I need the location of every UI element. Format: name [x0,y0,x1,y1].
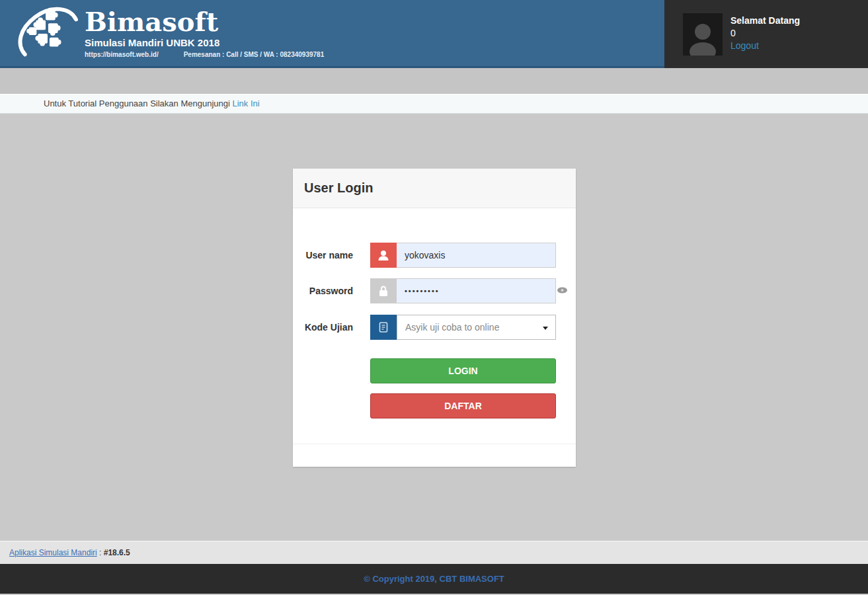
username-input-group [370,243,556,268]
book-icon [378,321,389,333]
exam-code-group: Asyik uji coba to online [370,315,556,340]
login-button[interactable]: LOGIN [370,358,556,383]
eye-icon [557,286,568,295]
app-version: #18.6.5 [104,548,130,557]
lock-icon [378,285,389,297]
brand-title: Bimasoft [85,8,324,36]
caret-down-icon [543,327,548,330]
username-addon [370,243,397,268]
password-label: Password [302,286,370,296]
app-version-link[interactable]: Aplikasi Simulasi Mandiri [9,548,97,557]
brand-url: https://bimasoft.web.id/ [85,51,159,58]
password-addon [370,278,397,303]
password-row: Password [302,278,556,303]
version-bar: Aplikasi Simulasi Mandiri : #18.6.5 [0,541,868,564]
spacer-bar [0,68,868,94]
tutorial-notice-text: Untuk Tutorial Penggunaan Silakan Mengun… [44,99,230,108]
password-input[interactable] [397,278,556,303]
username-row: User name [302,243,556,268]
username-label: User name [302,250,370,260]
user-panel-text: Selamat Datang 0 Logout [730,13,800,52]
logout-link[interactable]: Logout [730,40,800,52]
copyright-text: © Copyright 2019, CBT BIMASOFT [364,574,504,584]
main-content: User Login User name Password [0,114,868,541]
brand-meta: https://bimasoft.web.id/ Pemesanan : Cal… [85,51,324,58]
copyright-bar: © Copyright 2019, CBT BIMASOFT [0,564,868,594]
exam-code-label: Kode Ujian [302,322,370,333]
header-username: 0 [730,27,800,40]
user-silhouette-icon [686,19,720,56]
app-header: Bimasoft Simulasi Mandiri UNBK 2018 http… [0,0,868,68]
user-panel: Selamat Datang 0 Logout [664,0,868,68]
tutorial-link[interactable]: Link Ini [233,99,260,108]
version-separator: : [97,548,104,557]
exam-code-row: Kode Ujian Asyik uji coba to online [302,315,556,340]
login-card: User Login User name Password [293,169,576,467]
brand-block: Bimasoft Simulasi Mandiri UNBK 2018 http… [85,8,324,58]
daftar-button[interactable]: DAFTAR [370,393,556,418]
user-icon [377,249,389,261]
exam-code-selected: Asyik uji coba to online [405,322,499,333]
login-card-body: User name Password [293,208,576,444]
login-card-footer [293,444,576,467]
login-card-header: User Login [293,169,576,208]
password-input-group [370,278,556,303]
login-card-title: User Login [304,180,373,196]
exam-code-addon [370,315,397,340]
puzzle-swoosh-icon [15,4,79,63]
avatar [683,13,723,56]
exam-code-select[interactable]: Asyik uji coba to online [397,315,556,340]
username-input[interactable] [397,243,556,268]
brand-contact: Pemesanan : Call / SMS / WA : 0823409397… [184,51,325,58]
show-password-toggle[interactable] [557,286,568,298]
tutorial-notice: Untuk Tutorial Penggunaan Silakan Mengun… [0,94,868,114]
button-column: LOGIN DAFTAR [370,358,556,418]
brand-subtitle: Simulasi Mandiri UNBK 2018 [85,37,324,48]
welcome-text: Selamat Datang [730,15,800,27]
